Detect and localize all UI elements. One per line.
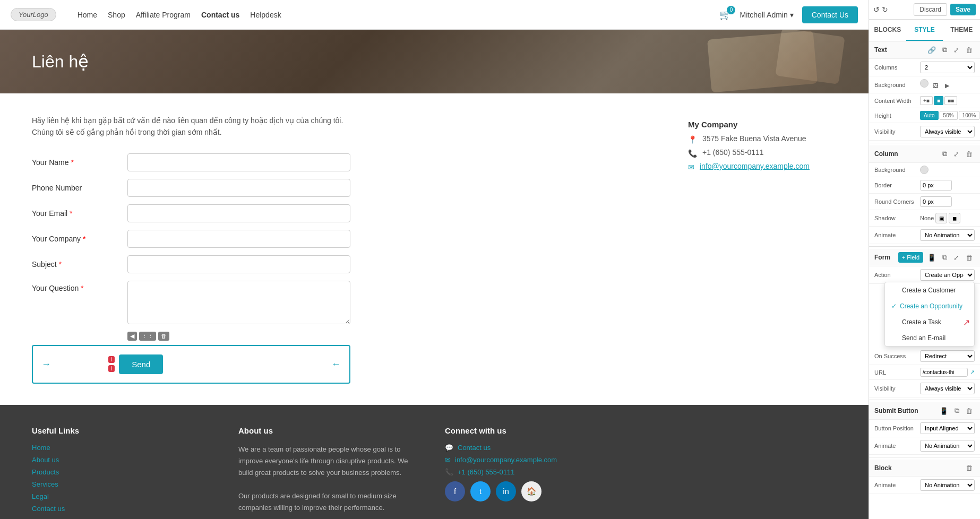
link-icon[interactable]: 🔗 — [925, 45, 938, 55]
dropdown-create-opportunity[interactable]: ✓ Create an Opportunity — [885, 298, 974, 314]
logo[interactable]: YourLogo — [11, 8, 56, 21]
form-mobile-icon[interactable]: 📱 — [925, 252, 938, 263]
form-side: Hãy liên hệ khi bạn gặp bất cứ vấn đề nà… — [32, 115, 667, 384]
nav-link-shop[interactable]: Shop — [108, 11, 125, 19]
add-field-button[interactable]: + Field — [898, 252, 923, 263]
height-auto-btn[interactable]: Auto — [920, 111, 939, 120]
admin-menu[interactable]: Mitchell Admin ▾ — [740, 11, 793, 19]
height-50-btn[interactable]: 50% — [940, 111, 958, 120]
footer-link-services[interactable]: Services — [32, 480, 217, 488]
nav-link-contact[interactable]: Contact us — [201, 11, 239, 19]
tab-theme[interactable]: THEME — [943, 20, 980, 41]
form-action-select[interactable]: Create an Opportu... — [920, 269, 975, 281]
mail-icon: ✉ — [445, 456, 451, 464]
footer-link-legal[interactable]: Legal — [32, 492, 217, 500]
background-color-picker[interactable] — [920, 79, 929, 88]
col-delete-icon[interactable]: 🗑 — [964, 149, 975, 159]
footer-contact-link[interactable]: 💬 Contact us — [445, 444, 630, 452]
content-width-label: Content Width — [874, 98, 917, 104]
col-move-icon[interactable]: ⤢ — [951, 149, 961, 159]
col-border-input[interactable] — [920, 180, 952, 191]
input-question[interactable] — [127, 281, 350, 324]
col-corners-input[interactable] — [920, 196, 952, 207]
input-email[interactable] — [127, 204, 350, 222]
form-move-icon[interactable]: ⤢ — [951, 252, 961, 263]
footer-email-link[interactable]: ✉ info@yourcompany.example.com — [445, 456, 630, 464]
col-animate-select[interactable]: No Animation — [920, 229, 975, 241]
visibility-text-row: Visibility Always visible — [869, 123, 980, 141]
company-name: My Company — [688, 120, 837, 129]
label-email: Your Email * — [32, 209, 127, 218]
input-phone[interactable] — [127, 179, 350, 197]
drag-handle-icon[interactable]: ⋮⋮ — [139, 332, 156, 341]
move-left-icon[interactable]: ◀ — [127, 332, 137, 341]
footer-link-about[interactable]: About us — [32, 456, 217, 464]
nav-link-home[interactable]: Home — [78, 11, 97, 19]
twitter-button[interactable]: t — [470, 481, 491, 501]
input-company[interactable] — [127, 230, 350, 248]
nav-link-affiliate[interactable]: Affiliate Program — [136, 11, 191, 19]
save-button[interactable]: Save — [950, 4, 976, 15]
footer-link-products[interactable]: Products — [32, 468, 217, 476]
visibility-text-select[interactable]: Always visible — [920, 126, 975, 137]
undo-button[interactable]: ↺ — [873, 5, 880, 14]
block-animate-row: Animate No Animation — [869, 477, 980, 494]
delete-icon[interactable]: 🗑 — [158, 332, 169, 341]
arrow-indicator: ↗ — [963, 317, 970, 327]
redo-button[interactable]: ↻ — [882, 5, 888, 14]
dropdown-create-task[interactable]: Create a Task ↗ — [885, 314, 974, 330]
send-button[interactable]: Send — [119, 354, 163, 374]
submit-delete-icon[interactable]: 🗑 — [964, 405, 975, 416]
bg-image-icon[interactable]: 🖼 — [931, 81, 941, 90]
delete-text-icon[interactable]: 🗑 — [964, 45, 975, 55]
form-visibility-select[interactable]: Always visible — [920, 383, 975, 394]
footer-link-home[interactable]: Home — [32, 444, 217, 452]
col-background-picker[interactable] — [920, 166, 929, 174]
company-email[interactable]: info@yourcompany.example.com — [700, 162, 810, 170]
home-button[interactable]: 🏠 — [521, 481, 541, 501]
dropdown-create-customer[interactable]: Create a Customer — [885, 282, 974, 298]
input-name[interactable] — [127, 153, 350, 171]
tab-style[interactable]: STYLE — [906, 20, 943, 41]
cw-medium-btn[interactable]: ■ — [934, 96, 943, 105]
btn-position-select[interactable]: Input Aligned — [920, 422, 975, 434]
nav-link-helpdesk[interactable]: Helpdesk — [250, 11, 281, 19]
block-section-icons: 🗑 — [964, 463, 975, 473]
form-copy-icon[interactable]: ⧉ — [940, 252, 949, 263]
facebook-button[interactable]: f — [445, 481, 465, 501]
form-onsuccess-select[interactable]: Redirect — [920, 350, 975, 362]
discard-button[interactable]: Discard — [914, 3, 947, 16]
footer-phone-link[interactable]: 📞 +1 (650) 555-0111 — [445, 468, 630, 476]
form-delete-icon[interactable]: 🗑 — [964, 252, 975, 263]
cw-expand-btn[interactable]: +■ — [920, 96, 933, 105]
move-icon[interactable]: ⤢ — [951, 45, 961, 55]
linkedin-button[interactable]: in — [496, 481, 516, 501]
submit-mobile-icon[interactable]: 📱 — [938, 405, 950, 416]
dropdown-send-email[interactable]: Send an E-mail — [885, 330, 974, 346]
cart-icon[interactable]: 🛒 0 — [719, 9, 731, 21]
background-text-row: Background 🖼 ▶ — [869, 76, 980, 93]
btn-animate-select[interactable]: No Animation — [920, 440, 975, 452]
height-100-btn[interactable]: 100% — [959, 111, 980, 120]
shadow-hard-btn[interactable]: ◼ — [949, 213, 960, 223]
hero-section: Liên hệ — [0, 30, 869, 93]
block-animate-select[interactable]: No Animation — [920, 479, 975, 491]
cw-full-btn[interactable]: ■■ — [944, 96, 957, 105]
col-copy-icon[interactable]: ⧉ — [940, 149, 949, 159]
tab-blocks[interactable]: BLOCKS — [869, 20, 906, 41]
block-delete-icon[interactable]: 🗑 — [964, 463, 975, 473]
input-subject[interactable] — [127, 255, 350, 273]
bg-video-icon[interactable]: ▶ — [943, 81, 951, 90]
sep-2 — [869, 246, 980, 247]
contact-us-button[interactable]: Contact Us — [802, 6, 858, 23]
external-link-icon[interactable]: ↗ — [970, 369, 975, 376]
columns-select[interactable]: 213 — [920, 62, 975, 73]
background-text-label: Background — [874, 82, 917, 88]
shadow-soft-btn[interactable]: ▣ — [935, 213, 947, 223]
text-section-icons: 🔗 ⧉ ⤢ 🗑 — [925, 45, 975, 55]
copy-icon[interactable]: ⧉ — [940, 45, 949, 55]
form-url-input[interactable] — [920, 368, 968, 377]
submit-copy-icon[interactable]: ⧉ — [952, 405, 961, 416]
label-subject: Subject * — [32, 260, 127, 269]
footer-link-contact[interactable]: Contact us — [32, 505, 217, 513]
